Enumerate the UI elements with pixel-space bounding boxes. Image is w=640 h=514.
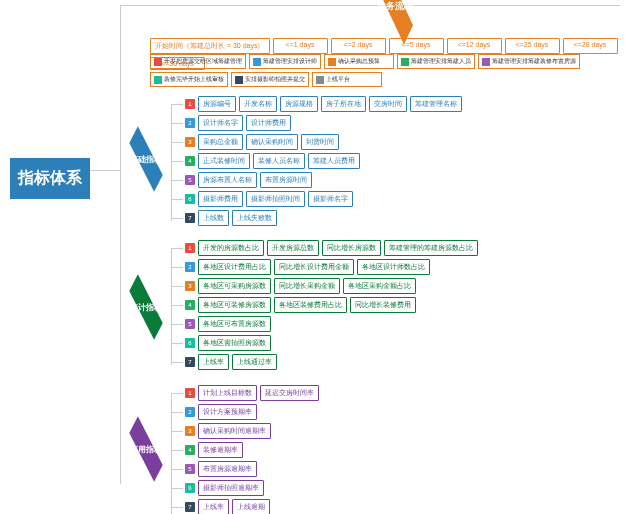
indicator-box: 上线失败数 [232,210,277,226]
step-badge [328,58,336,66]
indicator-row: 3各地区可采购房源数同比增长采购金额各地区采购金额占比 [185,278,478,294]
timeline-item-box: 安排摄影师拍照并提交 [231,72,309,87]
timeline-header-box: <=12 days [447,38,502,54]
indicator-box: 设计师名字 [198,115,243,131]
indicator-row: 5各地区可布置房源数 [185,316,478,332]
indicator-box: 上线率 [198,499,229,514]
indicator-box: 上线通过率 [232,354,277,370]
timeline-item-label: 确认采购总预算 [338,57,380,66]
row-number-badge: 7 [185,357,195,367]
indicator-box: 各地区采购金额占比 [343,278,416,294]
indicator-box: 筹建管理名称 [410,96,462,112]
timeline-header-box: <=28 days [563,38,618,54]
indicator-row: 6各地区需拍照房源数 [185,335,478,351]
indicator-row: 1房源编号开发名称房源规格房子所在地交房时间筹建管理名称 [185,96,462,112]
indicator-row: 6摄影师拍照逾期率 [185,480,421,496]
indicator-box: 房源布置人名称 [198,172,257,188]
top-diamond: 业务流程 [365,0,425,16]
indicator-box: 各地区可布置房源数 [198,316,271,332]
category-stats: 统计指标 [120,298,172,316]
indicator-row: 1开发的房源数占比开发房源总数同比增长房源数筹建管理的筹建房源数占比 [185,240,478,256]
timeline-item-box: 筹建管理安排筹建装修布置房源 [478,54,580,69]
timeline-item-box: 上线平台 [312,72,382,87]
timeline-item-box: 开发把房源交给区域筹建管理 [150,54,246,69]
indicator-box: 同比增长采购金额 [274,278,340,294]
row-number-badge: 4 [185,300,195,310]
indicator-row: 7上线率上线逾期 [185,499,421,514]
row-number-badge: 7 [185,502,195,512]
rline [171,104,172,221]
timeline-item-box: 确认采购总预算 [324,54,394,69]
row-number-badge: 5 [185,175,195,185]
category-app: 应用指标 [120,440,172,458]
indicator-box: 确认采购时间 [246,134,298,150]
timeline-item-box: 装修完毕开始上线审核 [150,72,228,87]
indicator-row: 6摄影师费用摄影师拍照时间摄影师名字 [185,191,462,207]
timeline-header-box: 开始时间（筹建总时长 = 30 days） [150,38,270,54]
indicator-row: 5布置房源逾期率 [185,461,421,477]
indicator-box: 上线逾期 [232,499,270,514]
indicator-box: 摄影师费用 [198,191,243,207]
indicator-box: 同比增长房源数 [322,240,381,256]
indicator-box: 各地区可采购房源数 [198,278,271,294]
indicator-row: 5房源布置人名称布置房源时间 [185,172,462,188]
row-number-badge: 3 [185,137,195,147]
row-number-badge: 4 [185,156,195,166]
timeline-item-label: 筹建管理安排筹建装修布置房源 [492,57,576,66]
indicator-row: 2设计师名字设计师费用 [185,115,462,131]
indicator-row: 7上线数上线失败数 [185,210,462,226]
indicator-box: 上线率 [198,354,229,370]
step-badge [253,58,261,66]
indicator-box: 各地区设计费用占比 [198,259,271,275]
row-number-badge: 2 [185,407,195,417]
indicator-box: 同比增长设计费用金额 [274,259,354,275]
row-number-badge: 3 [185,281,195,291]
row-number-badge: 2 [185,262,195,272]
indicator-box: 延迟交房时间率 [260,385,319,401]
step-badge [316,76,324,84]
row-number-badge: 1 [185,99,195,109]
root-node: 指标体系 [10,158,90,199]
indicator-box: 布置房源时间 [260,172,312,188]
indicator-row: 4装修逾期率 [185,442,421,458]
vertical-connector [120,5,121,484]
row-number-badge: 6 [185,194,195,204]
timeline-header-box: <=5 days [389,38,444,54]
indicator-box: 筹建管理的筹建房源数占比 [384,240,478,256]
indicator-box: 布置房源逾期率 [198,461,257,477]
indicator-row: 2设计方案预期率 [185,404,421,420]
step-badge [154,76,162,84]
timeline-item-box: 筹建管理安排设计师 [249,54,321,69]
indicator-box: 各地区设计师数占比 [357,259,430,275]
indicator-box: 计划上线目标数 [198,385,257,401]
indicator-box: 装修逾期率 [198,442,243,458]
indicator-box: 设计师费用 [246,115,291,131]
timeline-item-box: 筹建管理安排筹建人员 [397,54,475,69]
indicator-box: 确认采购时间逾期率 [198,423,271,439]
indicator-box: 房源规格 [280,96,318,112]
timeline-header-box: <=1 days [273,38,328,54]
timeline-item-label: 上线平台 [326,75,350,84]
indicator-box: 摄影师拍照逾期率 [198,480,264,496]
indicator-box: 开发房源总数 [267,240,319,256]
rows-app: 1计划上线目标数延迟交房时间率2设计方案预期率3确认采购时间逾期率4装修逾期率5… [185,385,421,514]
indicator-box: 开发的房源数占比 [198,240,264,256]
indicator-row: 2各地区设计费用占比同比增长设计费用金额各地区设计师数占比 [185,259,478,275]
indicator-box: 各地区需拍照房源数 [198,335,271,351]
indicator-box: 采购总金额 [198,134,243,150]
indicator-box: 到货时间 [301,134,339,150]
indicator-box: 开发名称 [239,96,277,112]
timeline-header-box: <=25 days [505,38,560,54]
row-number-badge: 3 [185,426,195,436]
indicator-box: 各地区可装修房源数 [198,297,271,313]
timeline-header-box: <=2 days [331,38,386,54]
indicator-row: 4各地区可装修房源数各地区装修费用占比同比增长装修费用 [185,297,478,313]
row-number-badge: 6 [185,483,195,493]
indicator-box: 设计方案预期率 [198,404,257,420]
indicator-box: 房源编号 [198,96,236,112]
indicator-box: 筹建人员费用 [308,153,360,169]
indicator-row: 1计划上线目标数延迟交房时间率 [185,385,421,401]
indicator-box: 摄影师名字 [308,191,353,207]
indicator-box: 房子所在地 [321,96,366,112]
indicator-box: 同比增长装修费用 [350,297,416,313]
